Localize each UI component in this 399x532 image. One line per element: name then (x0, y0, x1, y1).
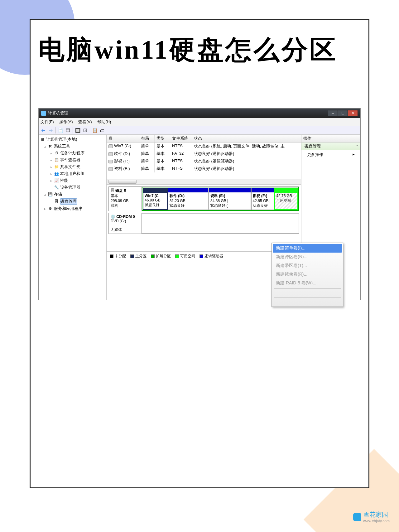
volume-list: 卷 布局 类型 文件系统 状态 Win7 (C:)简单基本NTFS状态良好 (系… (107, 135, 301, 185)
tree-diskmgmt[interactable]: 🗄磁盘管理 (39, 198, 106, 205)
tree-storage[interactable]: ⊿💾存储 (39, 191, 106, 198)
maximize-button[interactable]: ☐ (338, 110, 348, 116)
minimize-button[interactable]: ─ (328, 110, 338, 116)
tree-devmgr[interactable]: 🔧设备管理器 (39, 184, 106, 191)
context-menu: 新建简单卷(I)... 新建跨区卷(N)... 新建带区卷(T)... 新建镜像… (272, 243, 343, 307)
window-title: 计算机管理 (48, 110, 68, 116)
toolbar-icon[interactable]: ☑ (82, 127, 89, 134)
col-volume[interactable]: 卷 (107, 135, 139, 142)
disk-row-cdrom: 💿 CD-ROM 0 DVD (G:) 无媒体 (108, 213, 299, 234)
menubar: 文件(F) 操作(A) 查看(V) 帮助(H) (39, 118, 360, 126)
ctx-blurred (273, 290, 342, 297)
horizontal-scrollbar[interactable] (107, 179, 301, 184)
toolbar-icon[interactable]: 🔲 (74, 127, 81, 134)
actions-section[interactable]: 磁盘管理 (301, 143, 360, 150)
watermark-logo-icon (353, 513, 361, 521)
app-icon (41, 111, 46, 116)
screenshot: 计算机管理 ─ ☐ ✕ 文件(F) 操作(A) 查看(V) 帮助(H) ⬅ ➡ … (38, 108, 361, 300)
toolbar-icon[interactable]: 📋 (91, 127, 98, 134)
partition-c[interactable]: Win7 (C 46.90 GB 状态良好 (143, 188, 168, 210)
col-type[interactable]: 类型 (155, 135, 170, 142)
col-fs[interactable]: 文件系统 (170, 135, 192, 142)
tree-svc[interactable]: ▹⚙服务和应用程序 (39, 205, 106, 212)
watermark: 雪花家园 www.xhjaty.com (353, 510, 390, 523)
volume-row[interactable]: 资料 (E:)简单基本NTFS状态良好 (逻辑驱动器) (107, 165, 301, 172)
col-layout[interactable]: 布局 (139, 135, 155, 142)
nav-tree: 🖥计算机管理(本地) ⊿🛠系统工具 ▹⏱任务计划程序 ▹📋事件查看器 ▹📁共享文… (39, 135, 107, 300)
volume-row[interactable]: 影视 (F:)简单基本NTFS状态良好 (逻辑驱动器) (107, 157, 301, 165)
actions-more[interactable]: 更多操作▸ (301, 150, 360, 159)
ctx-new-stripe: 新建带区卷(T)... (273, 261, 342, 270)
tree-users[interactable]: ▹👥本地用户和组 (39, 170, 106, 177)
tree-event[interactable]: ▹📋事件查看器 (39, 157, 106, 163)
page-title: 电脑win11硬盘怎么分区 (38, 29, 361, 71)
disk-map: 🗄 磁盘 0 基本 298.09 GB 联机 Win7 (C 46.90 GB … (107, 185, 301, 251)
toolbar-icon[interactable]: 🗃 (99, 127, 106, 134)
tree-perf[interactable]: ▹📈性能 (39, 177, 106, 184)
ctx-blurred (273, 299, 342, 306)
close-button[interactable]: ✕ (348, 110, 358, 116)
menu-file[interactable]: 文件(F) (41, 119, 54, 124)
volume-row[interactable]: 软件 (D:)简单基本FAT32状态良好 (逻辑驱动器) (107, 150, 301, 157)
menu-view[interactable]: 查看(V) (78, 119, 92, 124)
tree-root[interactable]: 🖥计算机管理(本地) (39, 136, 106, 143)
tree-shared[interactable]: ▹📁共享文件夹 (39, 163, 106, 170)
partition-d[interactable]: 软件 (D:) 81.20 GB | 状态良好 (168, 188, 209, 210)
menu-action[interactable]: 操作(A) (59, 119, 73, 124)
toolbar-icon[interactable]: 📄 (57, 127, 64, 134)
watermark-url: www.xhjaty.com (363, 519, 390, 523)
toolbar-icon[interactable]: 🗔 (65, 127, 71, 134)
tree-task[interactable]: ▹⏱任务计划程序 (39, 150, 106, 157)
tree-systools[interactable]: ⊿🛠系统工具 (39, 143, 106, 150)
ctx-new-span: 新建跨区卷(N)... (273, 253, 342, 261)
window-titlebar: 计算机管理 ─ ☐ ✕ (39, 109, 360, 118)
ctx-new-simple[interactable]: 新建简单卷(I)... (273, 244, 342, 253)
col-status[interactable]: 状态 (192, 135, 301, 142)
partition-free[interactable]: 42.75 GB 可用空间 (274, 188, 298, 210)
watermark-brand: 雪花家园 (363, 511, 388, 518)
menu-help[interactable]: 帮助(H) (97, 119, 111, 124)
forward-icon[interactable]: ➡ (47, 127, 54, 134)
page-frame: 电脑win11硬盘怎么分区 计算机管理 ─ ☐ ✕ 文件(F) 操作(A) 查看… (30, 19, 369, 488)
partition-e[interactable]: 资料 (E:) 84.38 GB | 状态良好 ( (209, 188, 251, 210)
ctx-new-raid: 新建 RAID-5 卷(W)... (273, 279, 342, 288)
partition-f[interactable]: 影视 (F:) 42.85 GB | 状态良好 (251, 188, 274, 210)
back-icon[interactable]: ⬅ (40, 127, 47, 134)
toolbar: ⬅ ➡ 📄 🗔 🔲 ☑ 📋 🗃 (39, 126, 360, 135)
ctx-new-mirror: 新建镜像卷(R)... (273, 270, 342, 279)
actions-header: 操作 (301, 135, 360, 143)
volume-row[interactable]: Win7 (C:)简单基本NTFS状态良好 (系统, 启动, 页面文件, 活动,… (107, 143, 301, 150)
disk-row-0: 🗄 磁盘 0 基本 298.09 GB 联机 Win7 (C 46.90 GB … (108, 186, 299, 211)
